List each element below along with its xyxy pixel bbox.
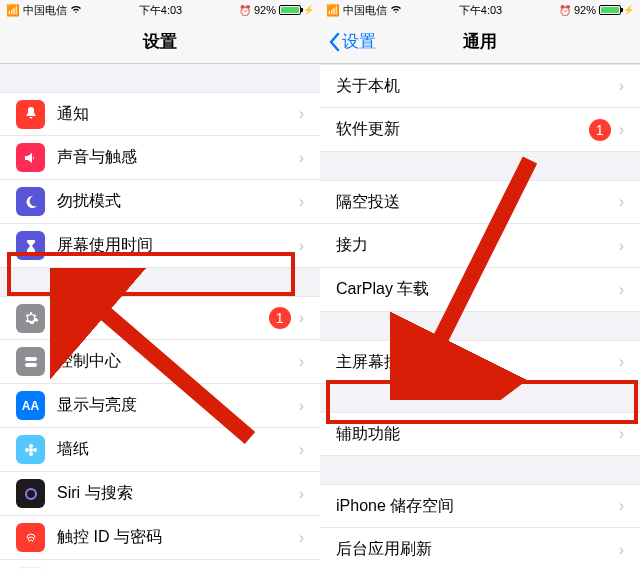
svg-point-4 bbox=[29, 452, 33, 456]
general-screen: 📶 中国电信 下午4:03 ⏰ 92% ⚡ 设置 通用 关于本机 bbox=[320, 0, 640, 569]
cell-control-center[interactable]: 控制中心 › bbox=[0, 340, 320, 384]
cell-label: 触控 ID 与密码 bbox=[57, 527, 299, 548]
chevron-right-icon: › bbox=[299, 237, 304, 255]
svg-point-2 bbox=[29, 448, 33, 452]
gear-icon bbox=[16, 304, 45, 333]
cell-general[interactable]: 通用 1 › bbox=[0, 296, 320, 340]
cell-label: 勿扰模式 bbox=[57, 191, 299, 212]
cell-handoff[interactable]: 接力 › bbox=[320, 224, 640, 268]
chevron-right-icon: › bbox=[299, 105, 304, 123]
cell-accessibility[interactable]: 辅助功能 › bbox=[320, 412, 640, 456]
toggles-icon bbox=[16, 347, 45, 376]
cell-label: 屏幕使用时间 bbox=[57, 235, 299, 256]
svg-point-7 bbox=[26, 489, 36, 499]
signal-icon: 📶 bbox=[326, 4, 340, 17]
badge: 1 bbox=[589, 119, 611, 141]
cell-notifications[interactable]: 通知 › bbox=[0, 92, 320, 136]
svg-point-6 bbox=[33, 448, 37, 452]
svg-rect-1 bbox=[25, 363, 37, 367]
cell-about[interactable]: 关于本机 › bbox=[320, 64, 640, 108]
cell-sounds[interactable]: 声音与触感 › bbox=[0, 136, 320, 180]
cell-display[interactable]: AA 显示与亮度 › bbox=[0, 384, 320, 428]
cell-home-button[interactable]: 主屏幕按钮 › bbox=[320, 340, 640, 384]
cell-wallpaper[interactable]: 墙纸 › bbox=[0, 428, 320, 472]
chevron-right-icon: › bbox=[299, 485, 304, 503]
cell-label: 关于本机 bbox=[336, 76, 619, 97]
settings-screen: 📶 中国电信 下午4:03 ⏰ 92% ⚡ 设置 通知 › bbox=[0, 0, 320, 569]
cell-background-refresh[interactable]: 后台应用刷新 › bbox=[320, 528, 640, 569]
cell-storage[interactable]: iPhone 储存空间 › bbox=[320, 484, 640, 528]
hourglass-icon bbox=[16, 231, 45, 260]
cell-label: 声音与触感 bbox=[57, 147, 299, 168]
chevron-right-icon: › bbox=[619, 541, 624, 559]
cell-label: 通知 bbox=[57, 104, 299, 125]
time-label: 下午4:03 bbox=[459, 3, 502, 18]
cell-label: 主屏幕按钮 bbox=[336, 352, 619, 373]
cell-label: 软件更新 bbox=[336, 119, 589, 140]
chevron-right-icon: › bbox=[299, 193, 304, 211]
back-button[interactable]: 设置 bbox=[328, 30, 376, 53]
chevron-right-icon: › bbox=[619, 121, 624, 139]
chevron-right-icon: › bbox=[619, 353, 624, 371]
chevron-right-icon: › bbox=[619, 237, 624, 255]
general-list[interactable]: 关于本机 › 软件更新 1 › 隔空投送 › 接力 › CarPlay 车载 › bbox=[320, 64, 640, 569]
cell-software-update[interactable]: 软件更新 1 › bbox=[320, 108, 640, 152]
chevron-right-icon: › bbox=[299, 397, 304, 415]
battery-percent: 92% bbox=[574, 4, 596, 16]
fingerprint-icon bbox=[16, 523, 45, 552]
svg-rect-0 bbox=[25, 357, 37, 361]
cell-label: 辅助功能 bbox=[336, 424, 619, 445]
page-title: 通用 bbox=[463, 30, 497, 53]
cell-label: 显示与亮度 bbox=[57, 395, 299, 416]
signal-icon: 📶 bbox=[6, 4, 20, 17]
chevron-right-icon: › bbox=[619, 281, 624, 299]
wifi-icon bbox=[390, 4, 402, 16]
battery-icon: ⚡ bbox=[279, 5, 314, 15]
cell-sos[interactable]: SOS SOS 紧急联络 › bbox=[0, 560, 320, 569]
speaker-icon bbox=[16, 143, 45, 172]
cell-label: iPhone 储存空间 bbox=[336, 496, 619, 517]
battery-percent: 92% bbox=[254, 4, 276, 16]
cell-label: 隔空投送 bbox=[336, 192, 619, 213]
svg-point-5 bbox=[25, 448, 29, 452]
cell-touchid[interactable]: 触控 ID 与密码 › bbox=[0, 516, 320, 560]
chevron-right-icon: › bbox=[619, 497, 624, 515]
cell-label: 墙纸 bbox=[57, 439, 299, 460]
page-title: 设置 bbox=[143, 30, 177, 53]
chevron-right-icon: › bbox=[619, 77, 624, 95]
flower-icon bbox=[16, 435, 45, 464]
nav-bar: 设置 bbox=[0, 20, 320, 64]
alarm-icon: ⏰ bbox=[559, 5, 571, 16]
chevron-right-icon: › bbox=[299, 309, 304, 327]
bell-icon bbox=[16, 100, 45, 129]
moon-icon bbox=[16, 187, 45, 216]
cell-dnd[interactable]: 勿扰模式 › bbox=[0, 180, 320, 224]
nav-bar: 设置 通用 bbox=[320, 20, 640, 64]
time-label: 下午4:03 bbox=[139, 3, 182, 18]
carrier-label: 中国电信 bbox=[343, 3, 387, 18]
chevron-right-icon: › bbox=[299, 149, 304, 167]
cell-airdrop[interactable]: 隔空投送 › bbox=[320, 180, 640, 224]
aa-icon: AA bbox=[16, 391, 45, 420]
cell-label: Siri 与搜索 bbox=[57, 483, 299, 504]
cell-label: 接力 bbox=[336, 235, 619, 256]
cell-siri[interactable]: Siri 与搜索 › bbox=[0, 472, 320, 516]
cell-screentime[interactable]: 屏幕使用时间 › bbox=[0, 224, 320, 268]
settings-list[interactable]: 通知 › 声音与触感 › 勿扰模式 › 屏幕使用时间 › 通用 bbox=[0, 64, 320, 569]
cell-label: 通用 bbox=[57, 308, 269, 329]
cell-label: 控制中心 bbox=[57, 351, 299, 372]
chevron-right-icon: › bbox=[619, 193, 624, 211]
alarm-icon: ⏰ bbox=[239, 5, 251, 16]
svg-point-3 bbox=[29, 444, 33, 448]
status-bar: 📶 中国电信 下午4:03 ⏰ 92% ⚡ bbox=[0, 0, 320, 20]
back-label: 设置 bbox=[342, 30, 376, 53]
chevron-right-icon: › bbox=[299, 441, 304, 459]
cell-carplay[interactable]: CarPlay 车载 › bbox=[320, 268, 640, 312]
carrier-label: 中国电信 bbox=[23, 3, 67, 18]
badge: 1 bbox=[269, 307, 291, 329]
siri-icon bbox=[16, 479, 45, 508]
chevron-right-icon: › bbox=[619, 425, 624, 443]
status-bar: 📶 中国电信 下午4:03 ⏰ 92% ⚡ bbox=[320, 0, 640, 20]
wifi-icon bbox=[70, 4, 82, 16]
cell-label: CarPlay 车载 bbox=[336, 279, 619, 300]
